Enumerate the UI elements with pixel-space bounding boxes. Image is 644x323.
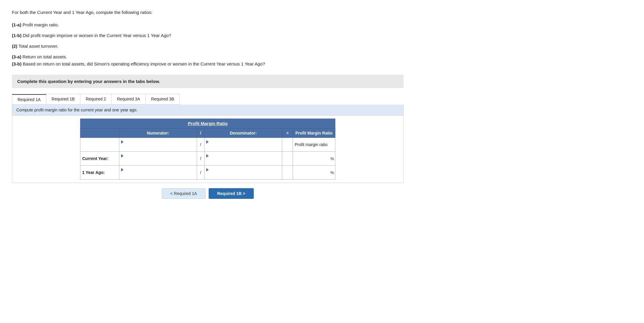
tab-required-1a[interactable]: Required 1A [12,94,46,104]
col-result-header: Profit Margin Ratio [293,129,335,138]
blank-equals-cell: = [282,138,293,152]
arrow-icon-ya-num [121,168,123,172]
item-3b-label: (3-b) [12,61,22,66]
blank-result-cell: Profit margin ratio [293,138,335,152]
ratio-table-wrapper: Profit Margin Ratio Numerator: / Denomin… [12,119,403,180]
tab-required-1b[interactable]: Required 1B [46,94,80,104]
one-year-ago-result-cell[interactable]: % [293,166,335,180]
current-year-pct-label: % [330,156,334,161]
blank-numerator-input[interactable] [121,144,195,150]
current-year-result-cell[interactable]: % [293,152,335,166]
one-year-ago-numerator-cell[interactable] [119,166,197,180]
current-year-denominator-input[interactable] [206,158,280,164]
arrow-icon-blank-denom [206,140,209,144]
item-2-text: Total asset turnover. [18,44,58,49]
item-3b-text: Based on return on total assets, did Sim… [23,61,265,66]
arrow-icon-blank [121,140,123,144]
col-numerator-header: Numerator: [119,129,197,138]
tab-required-3b[interactable]: Required 3B [146,94,180,104]
item-3a-label: (3-a) [12,54,21,59]
one-year-ago-denominator-input[interactable] [206,172,280,178]
col-slash-header: / [197,129,204,138]
current-year-slash-cell: / [197,152,204,166]
current-year-denominator-cell[interactable] [204,152,282,166]
tab-required-2[interactable]: Required 2 [80,94,112,104]
blank-denominator-input[interactable] [206,144,280,150]
item-1b-text: Did profit margin improve or worsen in t… [23,33,171,38]
navigation-buttons: < Required 1A Required 1B > [12,188,404,199]
tab-required-3a[interactable]: Required 3A [112,94,146,104]
one-year-ago-row: 1 Year Ago: / = % [80,166,335,180]
tabs-bar: Required 1A Required 1B Required 2 Requi… [12,94,180,105]
current-year-numerator-input[interactable] [121,158,195,164]
item-1a-label: (1-a) [12,22,21,27]
col-denominator-header: Denominator: [204,129,282,138]
current-year-equals-cell: = [282,152,293,166]
col-equals-header: = [282,129,293,138]
table-caption: Profit Margin Ratio [80,119,335,128]
arrow-icon-cy-num [121,154,123,158]
blank-denominator-cell[interactable] [204,138,282,152]
blank-slash-cell: / [197,138,204,152]
instruction-text: Complete this question by entering your … [17,79,160,84]
item-1a-text: Profit margin ratio. [23,22,59,27]
blank-numerator-cell[interactable] [119,138,197,152]
prev-button[interactable]: < Required 1A [162,188,206,199]
one-year-ago-pct-label: % [330,170,334,175]
col-label-header [80,129,119,138]
one-year-ago-slash-cell: / [197,166,204,180]
opening-text: For both the Current Year and 1 Year Ago… [12,9,404,16]
current-year-result-input[interactable] [295,156,329,162]
one-year-ago-numerator-input[interactable] [121,172,195,178]
item-3a-text: Return on total assets. [23,54,67,59]
tab-content: Compute profit margin ratio for the curr… [12,105,404,183]
blank-label-cell [80,138,119,152]
arrow-icon-ya-denom [206,168,209,172]
tab-description: Compute profit margin ratio for the curr… [12,105,403,116]
current-year-label: Current Year: [80,152,119,166]
item-2-label: (2) [12,44,17,49]
profit-margin-table: Profit Margin Ratio Numerator: / Denomin… [80,119,335,180]
one-year-ago-label: 1 Year Ago: [80,166,119,180]
blank-row: / = Profit margin ratio [80,138,335,152]
one-year-ago-result-input[interactable] [295,170,329,175]
one-year-ago-equals-cell: = [282,166,293,180]
next-button[interactable]: Required 1B > [209,188,254,199]
arrow-icon-cy-denom [206,154,209,158]
current-year-numerator-cell[interactable] [119,152,197,166]
one-year-ago-denominator-cell[interactable] [204,166,282,180]
current-year-row: Current Year: / = % [80,152,335,166]
item-1b-label: (1-b) [12,33,22,38]
